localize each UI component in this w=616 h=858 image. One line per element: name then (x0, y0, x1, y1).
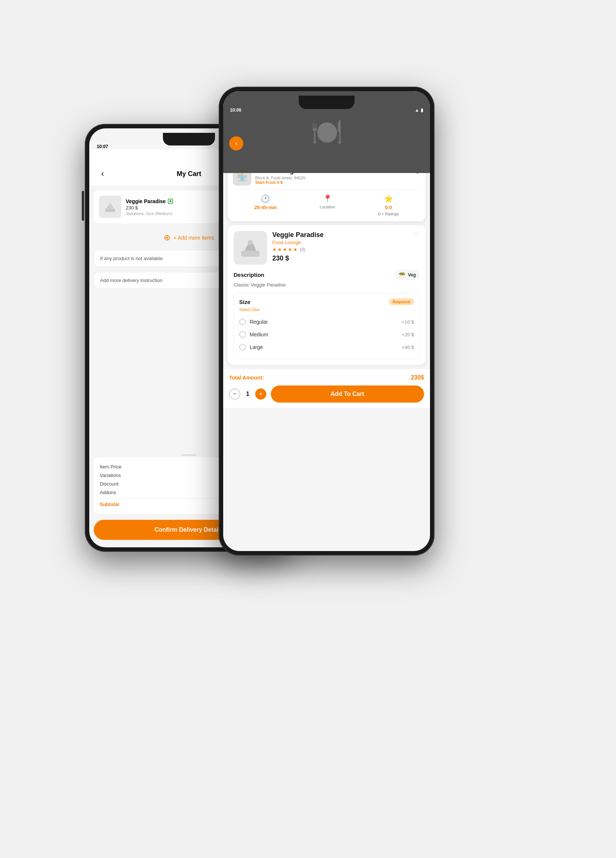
decrease-quantity-button[interactable]: − (229, 389, 240, 399)
subtotal-label: Subtotal (100, 502, 119, 507)
description-text: Classic Veggie Paradise (234, 282, 420, 288)
total-value: 230$ (411, 374, 424, 381)
size-section: Size Required Select One Regular +10 $ (234, 293, 420, 359)
size-option-regular[interactable]: Regular +10 $ (239, 316, 414, 328)
product-card: Veggie Paradise Food Lounge ★ ★ ★ ★ ★ (0… (228, 225, 425, 365)
product-screen-container: 🍽️ 10:06 ▲ ▮ ‹ (223, 91, 430, 551)
phone-notch-1 (163, 133, 215, 146)
size-name-large: Large (250, 344, 263, 350)
status-icons-2: ▲ ▮ (415, 107, 423, 113)
quantity-controls: − 1 + (229, 389, 266, 399)
size-name-medium: Medium (250, 331, 268, 337)
restaurant-info: Food Lounge Block A, Food street, 94025 … (255, 173, 411, 185)
size-price-large: +40 $ (402, 345, 414, 350)
radio-medium[interactable] (239, 331, 246, 338)
product-name: Veggie Paradise (272, 231, 407, 239)
size-option-medium[interactable]: Medium +20 $ (239, 328, 414, 341)
product-restaurant-label: Food Lounge (272, 239, 407, 245)
restaurant-name: Food Lounge (255, 173, 411, 175)
size-price-medium: +20 $ (402, 332, 414, 337)
size-name-regular: Regular (250, 319, 268, 325)
svg-rect-2 (241, 251, 260, 257)
svg-point-3 (248, 240, 253, 245)
star-4: ★ (288, 247, 292, 252)
share-button[interactable]: ⬆ (415, 173, 420, 175)
time-1: 10:07 (97, 144, 108, 149)
item-price-label: Item Price (100, 464, 122, 469)
total-label: Total Amount: (229, 375, 264, 381)
stat-location[interactable]: 📍 Location (320, 194, 335, 216)
svg-point-1 (109, 203, 111, 205)
restaurant-top: 🏪 Food Lounge Block A, Food street, 9402… (233, 173, 420, 186)
veg-icon: 🥗 (399, 271, 406, 278)
restaurant-card: 🏪 Food Lounge Block A, Food street, 9402… (228, 173, 425, 221)
review-count: (0) (300, 247, 306, 252)
product-image (234, 231, 267, 264)
select-one-label: Select One (239, 307, 414, 312)
clock-icon: 🕐 (261, 194, 270, 203)
star-rating-icon: ⭐ (384, 194, 393, 203)
veg-label: Veg (408, 272, 416, 278)
increase-quantity-button[interactable]: + (255, 389, 266, 399)
cart-title: My Cart (177, 170, 201, 178)
location-icon: 📍 (323, 194, 332, 203)
add-to-cart-button[interactable]: Add To Cart (271, 385, 424, 403)
product-top: Veggie Paradise Food Lounge ★ ★ ★ ★ ★ (0… (234, 231, 420, 264)
stat-rating: ⭐ 0.0 0 + Ratings (378, 194, 399, 216)
stat-delivery-time: 🕐 25-45-min (254, 194, 277, 216)
product-price: 230 $ (272, 255, 407, 262)
item-thumbnail (99, 196, 121, 218)
variations-label: Variations (100, 473, 121, 478)
discount-label: Discount (100, 481, 119, 487)
radio-large[interactable] (239, 344, 246, 350)
restaurant-logo: 🏪 (233, 173, 251, 186)
addons-label: Addons (100, 490, 116, 495)
required-badge: Required (389, 298, 414, 305)
quantity-add-row: − 1 + Add To Cart (229, 385, 424, 403)
ratings-label: 0 + Ratings (378, 212, 399, 216)
delivery-time: 25-45-min (254, 205, 277, 210)
cart-back-button[interactable]: ‹ (97, 168, 109, 180)
start-price: 0 $ (277, 180, 283, 185)
product-stars: ★ ★ ★ ★ ★ (0) (272, 247, 407, 252)
star-5: ★ (293, 247, 298, 252)
product-screen: 🍽️ 10:06 ▲ ▮ ‹ (223, 91, 430, 551)
size-option-large[interactable]: Large +40 $ (239, 341, 414, 353)
quantity-display: 1 (244, 391, 251, 397)
product-details: Veggie Paradise Food Lounge ★ ★ ★ ★ ★ (0… (272, 231, 407, 262)
size-title: Size (239, 299, 250, 305)
rating-value: 0.0 (385, 205, 392, 210)
restaurant-start-from: Start From 0 $ (255, 180, 411, 185)
phone-notch-2 (299, 96, 354, 109)
veg-badge (168, 199, 173, 204)
location-label: Location (320, 205, 335, 209)
product-scroll-area: 🏪 Food Lounge Block A, Food street, 9402… (223, 173, 430, 551)
battery-icon-2: ▮ (421, 107, 423, 113)
restaurant-address: Block A, Food street, 94025 (255, 176, 411, 180)
signal-icon-2: ▲ (415, 107, 419, 113)
star-1: ★ (272, 247, 277, 252)
veg-tag: 🥗 Veg (395, 270, 420, 280)
size-header: Size Required (239, 298, 414, 305)
time-2: 10:06 (230, 107, 241, 113)
svg-rect-0 (105, 209, 115, 212)
description-title: Description (234, 272, 264, 278)
description-section: Description 🥗 Veg Classic Veggie Paradis… (234, 270, 420, 288)
phone-product: 🍽️ 10:06 ▲ ▮ ‹ (219, 87, 434, 555)
item-name: Veggie Paradise (126, 198, 166, 204)
star-2: ★ (278, 247, 282, 252)
restaurant-stats: 🕐 25-45-min 📍 Location ⭐ 0.0 0 + Ratings (233, 190, 420, 216)
description-header: Description 🥗 Veg (234, 270, 420, 280)
product-back-button[interactable]: ‹ (229, 136, 243, 150)
size-price-regular: +10 $ (402, 319, 414, 325)
total-row: Total Amount: 230$ (229, 374, 424, 381)
radio-regular[interactable] (239, 319, 246, 325)
favorite-button[interactable]: ♡ (412, 231, 420, 241)
star-3: ★ (283, 247, 287, 252)
product-bottom-bar: Total Amount: 230$ − 1 + Add To Cart (223, 369, 430, 408)
